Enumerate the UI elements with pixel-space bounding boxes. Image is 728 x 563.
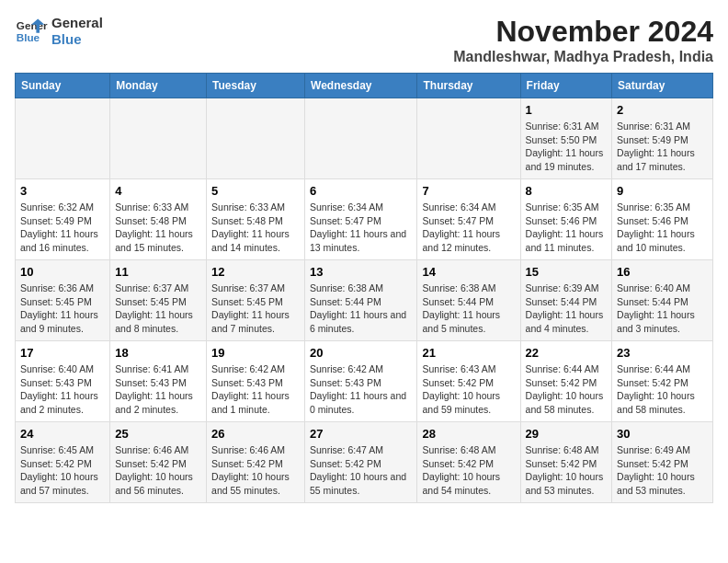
empty-cell: [16, 98, 110, 179]
day-info: Sunrise: 6:46 AM Sunset: 5:42 PM Dayligh…: [115, 443, 201, 498]
day-number: 8: [526, 184, 607, 198]
day-info: Sunrise: 6:44 AM Sunset: 5:42 PM Dayligh…: [617, 362, 708, 417]
calendar-day-cell: 30Sunrise: 6:49 AM Sunset: 5:42 PM Dayli…: [612, 422, 713, 503]
calendar-day-cell: 24Sunrise: 6:45 AM Sunset: 5:42 PM Dayli…: [16, 422, 110, 503]
day-number: 11: [115, 265, 201, 279]
calendar-day-cell: 14Sunrise: 6:38 AM Sunset: 5:44 PM Dayli…: [417, 260, 520, 341]
calendar-day-cell: 26Sunrise: 6:46 AM Sunset: 5:42 PM Dayli…: [207, 422, 305, 503]
logo-text: General Blue: [51, 15, 103, 48]
day-info: Sunrise: 6:34 AM Sunset: 5:47 PM Dayligh…: [422, 201, 515, 255]
day-number: 3: [20, 184, 105, 198]
calendar-day-cell: 7Sunrise: 6:34 AM Sunset: 5:47 PM Daylig…: [417, 179, 520, 260]
header-friday: Friday: [520, 74, 611, 98]
page-subtitle: Mandleshwar, Madhya Pradesh, India: [453, 49, 713, 65]
day-number: 10: [20, 265, 105, 279]
header-wednesday: Wednesday: [305, 74, 417, 98]
header-thursday: Thursday: [417, 74, 520, 98]
calendar-day-cell: 18Sunrise: 6:41 AM Sunset: 5:43 PM Dayli…: [110, 341, 207, 422]
day-info: Sunrise: 6:38 AM Sunset: 5:44 PM Dayligh…: [422, 282, 515, 336]
calendar-day-cell: 1Sunrise: 6:31 AM Sunset: 5:50 PM Daylig…: [520, 98, 611, 179]
calendar-day-cell: 6Sunrise: 6:34 AM Sunset: 5:47 PM Daylig…: [305, 179, 417, 260]
day-number: 25: [115, 427, 201, 441]
day-info: Sunrise: 6:47 AM Sunset: 5:42 PM Dayligh…: [310, 443, 412, 498]
day-number: 7: [422, 184, 515, 198]
day-number: 24: [20, 427, 105, 441]
calendar-day-cell: 11Sunrise: 6:37 AM Sunset: 5:45 PM Dayli…: [110, 260, 207, 341]
day-number: 16: [617, 265, 708, 279]
header-monday: Monday: [110, 74, 207, 98]
calendar-day-cell: 20Sunrise: 6:42 AM Sunset: 5:43 PM Dayli…: [305, 341, 417, 422]
day-info: Sunrise: 6:33 AM Sunset: 5:48 PM Dayligh…: [115, 201, 201, 255]
header-sunday: Sunday: [16, 74, 110, 98]
calendar-day-cell: 9Sunrise: 6:35 AM Sunset: 5:46 PM Daylig…: [612, 179, 713, 260]
empty-cell: [207, 98, 305, 179]
day-info: Sunrise: 6:45 AM Sunset: 5:42 PM Dayligh…: [20, 443, 105, 498]
day-number: 23: [617, 346, 708, 360]
day-info: Sunrise: 6:37 AM Sunset: 5:45 PM Dayligh…: [211, 282, 300, 336]
day-info: Sunrise: 6:40 AM Sunset: 5:44 PM Dayligh…: [617, 282, 708, 336]
day-number: 26: [211, 427, 300, 441]
day-info: Sunrise: 6:31 AM Sunset: 5:50 PM Dayligh…: [526, 120, 607, 174]
day-number: 5: [211, 184, 300, 198]
page-title: November 2024: [453, 15, 713, 49]
day-info: Sunrise: 6:44 AM Sunset: 5:42 PM Dayligh…: [526, 362, 607, 417]
calendar-table: SundayMondayTuesdayWednesdayThursdayFrid…: [15, 73, 713, 503]
day-number: 18: [115, 346, 201, 360]
calendar-week-row: 17Sunrise: 6:40 AM Sunset: 5:43 PM Dayli…: [16, 341, 713, 422]
calendar-day-cell: 3Sunrise: 6:32 AM Sunset: 5:49 PM Daylig…: [16, 179, 110, 260]
day-info: Sunrise: 6:38 AM Sunset: 5:44 PM Dayligh…: [310, 282, 412, 336]
day-info: Sunrise: 6:33 AM Sunset: 5:48 PM Dayligh…: [211, 201, 300, 255]
empty-cell: [110, 98, 207, 179]
calendar-day-cell: 23Sunrise: 6:44 AM Sunset: 5:42 PM Dayli…: [612, 341, 713, 422]
calendar-header-row: SundayMondayTuesdayWednesdayThursdayFrid…: [16, 74, 713, 98]
calendar-day-cell: 12Sunrise: 6:37 AM Sunset: 5:45 PM Dayli…: [207, 260, 305, 341]
calendar-day-cell: 2Sunrise: 6:31 AM Sunset: 5:49 PM Daylig…: [612, 98, 713, 179]
day-number: 21: [422, 346, 515, 360]
day-number: 17: [20, 346, 105, 360]
day-number: 12: [211, 265, 300, 279]
logo-icon: General Blue: [15, 15, 48, 48]
day-info: Sunrise: 6:49 AM Sunset: 5:42 PM Dayligh…: [617, 443, 708, 498]
calendar-day-cell: 15Sunrise: 6:39 AM Sunset: 5:44 PM Dayli…: [520, 260, 611, 341]
day-number: 15: [526, 265, 607, 279]
day-info: Sunrise: 6:43 AM Sunset: 5:42 PM Dayligh…: [422, 362, 515, 417]
calendar-day-cell: 22Sunrise: 6:44 AM Sunset: 5:42 PM Dayli…: [520, 341, 611, 422]
calendar-week-row: 10Sunrise: 6:36 AM Sunset: 5:45 PM Dayli…: [16, 260, 713, 341]
day-info: Sunrise: 6:41 AM Sunset: 5:43 PM Dayligh…: [115, 362, 201, 417]
header-saturday: Saturday: [612, 74, 713, 98]
day-info: Sunrise: 6:42 AM Sunset: 5:43 PM Dayligh…: [211, 362, 300, 417]
day-info: Sunrise: 6:35 AM Sunset: 5:46 PM Dayligh…: [617, 201, 708, 255]
calendar-day-cell: 27Sunrise: 6:47 AM Sunset: 5:42 PM Dayli…: [305, 422, 417, 503]
day-info: Sunrise: 6:39 AM Sunset: 5:44 PM Dayligh…: [526, 282, 607, 336]
day-number: 4: [115, 184, 201, 198]
calendar-day-cell: 5Sunrise: 6:33 AM Sunset: 5:48 PM Daylig…: [207, 179, 305, 260]
empty-cell: [417, 98, 520, 179]
day-number: 6: [310, 184, 412, 198]
calendar-week-row: 3Sunrise: 6:32 AM Sunset: 5:49 PM Daylig…: [16, 179, 713, 260]
calendar-day-cell: 21Sunrise: 6:43 AM Sunset: 5:42 PM Dayli…: [417, 341, 520, 422]
logo: General Blue General Blue: [15, 15, 103, 48]
calendar-day-cell: 8Sunrise: 6:35 AM Sunset: 5:46 PM Daylig…: [520, 179, 611, 260]
day-number: 14: [422, 265, 515, 279]
day-info: Sunrise: 6:48 AM Sunset: 5:42 PM Dayligh…: [422, 443, 515, 498]
day-number: 9: [617, 184, 708, 198]
page-header: General Blue General Blue November 2024 …: [15, 15, 713, 65]
day-info: Sunrise: 6:48 AM Sunset: 5:42 PM Dayligh…: [526, 443, 607, 498]
day-info: Sunrise: 6:34 AM Sunset: 5:47 PM Dayligh…: [310, 201, 412, 255]
calendar-week-row: 24Sunrise: 6:45 AM Sunset: 5:42 PM Dayli…: [16, 422, 713, 503]
day-number: 1: [526, 103, 607, 117]
calendar-week-row: 1Sunrise: 6:31 AM Sunset: 5:50 PM Daylig…: [16, 98, 713, 179]
calendar-day-cell: 28Sunrise: 6:48 AM Sunset: 5:42 PM Dayli…: [417, 422, 520, 503]
day-number: 2: [617, 103, 708, 117]
day-info: Sunrise: 6:42 AM Sunset: 5:43 PM Dayligh…: [310, 362, 412, 417]
header-tuesday: Tuesday: [207, 74, 305, 98]
calendar-day-cell: 19Sunrise: 6:42 AM Sunset: 5:43 PM Dayli…: [207, 341, 305, 422]
day-info: Sunrise: 6:35 AM Sunset: 5:46 PM Dayligh…: [526, 201, 607, 255]
calendar-day-cell: 4Sunrise: 6:33 AM Sunset: 5:48 PM Daylig…: [110, 179, 207, 260]
day-info: Sunrise: 6:46 AM Sunset: 5:42 PM Dayligh…: [211, 443, 300, 498]
day-info: Sunrise: 6:37 AM Sunset: 5:45 PM Dayligh…: [115, 282, 201, 336]
svg-text:General: General: [17, 19, 48, 31]
calendar-day-cell: 10Sunrise: 6:36 AM Sunset: 5:45 PM Dayli…: [16, 260, 110, 341]
day-number: 27: [310, 427, 412, 441]
empty-cell: [305, 98, 417, 179]
